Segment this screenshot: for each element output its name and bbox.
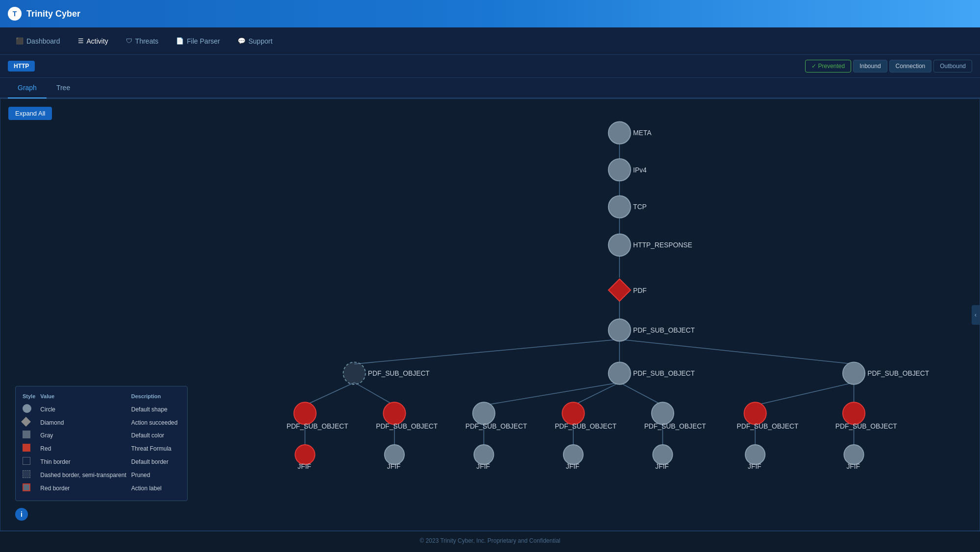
nav-threats[interactable]: 🛡 Threats <box>118 33 166 49</box>
node-pdf-sub-l2-1[interactable] <box>343 362 365 384</box>
legend-desc-gray: Default color <box>130 429 182 442</box>
nav-fileparser[interactable]: 📄 File Parser <box>168 33 228 49</box>
nav-dashboard-label: Dashboard <box>26 37 60 45</box>
node-jfif-7[interactable] <box>844 445 863 464</box>
nav-dashboard[interactable]: ⬛ Dashboard <box>8 33 68 49</box>
http-badge[interactable]: HTTP <box>8 61 35 72</box>
node-pdf-sub-1[interactable] <box>609 319 631 341</box>
node-jfif-3[interactable] <box>474 445 493 464</box>
node-jfif-4[interactable] <box>564 445 583 464</box>
threats-icon: 🛡 <box>126 37 132 45</box>
svg-text:PDF: PDF <box>633 287 647 294</box>
node-jfif-5[interactable] <box>653 445 672 464</box>
svg-text:PDF_SUB_OBJECT: PDF_SUB_OBJECT <box>368 369 430 377</box>
legend-row-redborder: Red border Action label <box>22 481 181 495</box>
svg-text:JFIF: JFIF <box>297 462 311 470</box>
sidebar-toggle[interactable]: ‹ <box>972 305 980 325</box>
node-jfif-6[interactable] <box>745 445 765 464</box>
svg-text:PDF_SUB_OBJECT: PDF_SUB_OBJECT <box>287 422 349 430</box>
svg-line-9 <box>354 383 394 406</box>
legend: Style Value Description Circle Default s… <box>15 386 188 501</box>
node-http-response[interactable] <box>609 234 631 256</box>
filter-connection[interactable]: Connection <box>889 60 932 72</box>
legend-header-desc: Description <box>130 392 182 402</box>
legend-value-circle: Circle <box>39 402 130 416</box>
dashboard-icon: ⬛ <box>16 37 24 45</box>
legend-value-dashed: Dashed border, semi-transparent <box>39 468 130 481</box>
legend-row-circle: Circle Default shape <box>22 402 181 416</box>
svg-line-5 <box>354 339 619 364</box>
info-icon-button[interactable]: i <box>15 508 28 521</box>
node-pdf-sub-l3-1[interactable] <box>294 402 316 424</box>
svg-line-8 <box>305 383 354 406</box>
tab-graph[interactable]: Graph <box>8 78 47 98</box>
legend-row-red: Red Threat Formula <box>22 442 181 455</box>
svg-text:PDF_SUB_OBJECT: PDF_SUB_OBJECT <box>867 369 930 377</box>
legend-desc-redborder: Action label <box>130 481 182 495</box>
legend-header-style: Style <box>22 392 39 402</box>
svg-line-13 <box>755 383 854 406</box>
expand-all-button[interactable]: Expand All <box>8 107 52 120</box>
svg-text:JFIF: JFIF <box>566 462 580 470</box>
legend-style-red <box>23 444 30 452</box>
legend-value-diamond: Diamond <box>39 416 130 429</box>
svg-line-7 <box>619 339 854 364</box>
svg-text:JFIF: JFIF <box>748 462 761 470</box>
node-jfif-1[interactable] <box>295 445 315 464</box>
svg-text:JFIF: JFIF <box>655 462 669 470</box>
svg-text:META: META <box>633 129 652 137</box>
legend-row-thin: Thin border Default border <box>22 455 181 468</box>
node-pdf-sub-l3-6[interactable] <box>744 402 766 424</box>
svg-text:IPv4: IPv4 <box>633 166 647 174</box>
node-pdf-sub-l3-4[interactable] <box>562 402 584 424</box>
legend-style-diamond <box>21 417 31 427</box>
svg-text:PDF_SUB_OBJECT: PDF_SUB_OBJECT <box>376 422 438 430</box>
node-pdf-sub-l2-3[interactable] <box>843 362 865 384</box>
tab-tree[interactable]: Tree <box>47 78 80 98</box>
toolbar: HTTP Prevented Inbound Connection Outbou… <box>0 55 980 78</box>
svg-text:PDF_SUB_OBJECT: PDF_SUB_OBJECT <box>835 422 898 430</box>
nav-activity[interactable]: ☰ Activity <box>70 33 116 49</box>
legend-desc-thin: Default border <box>130 455 182 468</box>
legend-header-value: Value <box>39 392 130 402</box>
nav-threats-label: Threats <box>135 37 158 45</box>
legend-style-gray <box>23 431 30 438</box>
nav-support-label: Support <box>248 37 272 45</box>
tabs: Graph Tree <box>0 78 980 98</box>
logo-area: T Trinity Cyber <box>8 7 80 21</box>
svg-text:JFIF: JFIF <box>846 462 860 470</box>
legend-value-thin: Thin border <box>39 455 130 468</box>
legend-value-gray: Gray <box>39 429 130 442</box>
node-meta[interactable] <box>609 122 631 144</box>
node-ipv4[interactable] <box>609 159 631 181</box>
node-jfif-2[interactable] <box>385 445 404 464</box>
nav-support[interactable]: 💬 Support <box>230 33 280 49</box>
legend-desc-dashed: Pruned <box>130 468 182 481</box>
svg-text:TCP: TCP <box>633 203 647 211</box>
node-pdf-sub-l3-7[interactable] <box>843 402 865 424</box>
filter-inbound[interactable]: Inbound <box>853 60 887 72</box>
svg-text:PDF_SUB_OBJECT: PDF_SUB_OBJECT <box>466 422 528 430</box>
node-pdf-sub-l3-3[interactable] <box>473 402 495 424</box>
header: T Trinity Cyber <box>0 0 980 27</box>
node-tcp[interactable] <box>609 196 631 218</box>
svg-text:PDF_SUB_OBJECT: PDF_SUB_OBJECT <box>555 422 617 430</box>
filter-prevented[interactable]: Prevented <box>805 60 851 72</box>
filter-group: Prevented Inbound Connection Outbound <box>805 60 972 72</box>
legend-value-redborder: Red border <box>39 481 130 495</box>
legend-style-circle <box>23 404 31 413</box>
filter-outbound[interactable]: Outbound <box>933 60 972 72</box>
node-pdf-sub-l3-5[interactable] <box>652 402 674 424</box>
logo-icon: T <box>8 7 22 21</box>
node-pdf-sub-l3-2[interactable] <box>383 402 405 424</box>
brand-name: Trinity Cyber <box>26 9 80 19</box>
node-pdf-sub-l2-2[interactable] <box>609 362 631 384</box>
footer-text: © 2023 Trinity Cyber, Inc. Proprietary a… <box>420 537 561 544</box>
activity-icon: ☰ <box>78 37 84 45</box>
svg-text:JFIF: JFIF <box>387 462 401 470</box>
svg-text:PDF_SUB_OBJECT: PDF_SUB_OBJECT <box>644 422 707 430</box>
svg-text:PDF_SUB_OBJECT: PDF_SUB_OBJECT <box>736 422 799 430</box>
legend-style-dashed <box>23 470 30 478</box>
node-pdf[interactable] <box>609 279 631 301</box>
svg-text:PDF_SUB_OBJECT: PDF_SUB_OBJECT <box>633 326 695 334</box>
